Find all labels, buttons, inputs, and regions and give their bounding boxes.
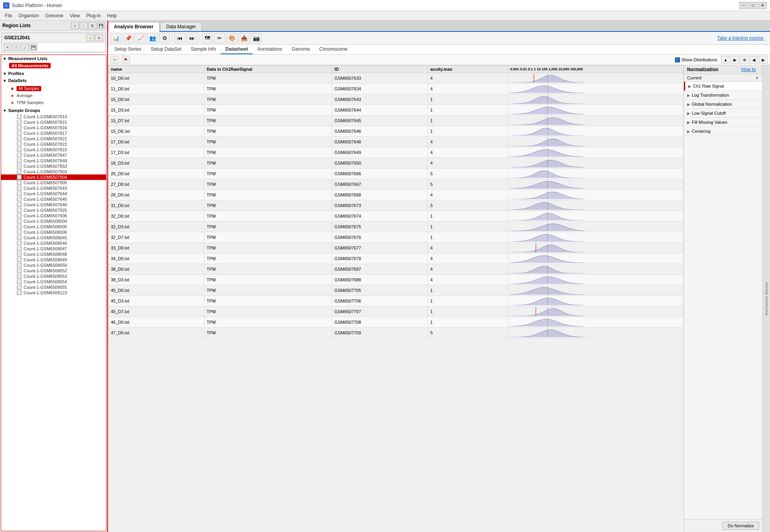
toolbar-export-btn[interactable]: 📤 (238, 33, 249, 43)
sample-item[interactable]: Count-1-GSM6508055 (1, 284, 106, 290)
toolbar-chart-btn[interactable]: 📈 (135, 33, 146, 43)
subtab-genome[interactable]: Genome (287, 45, 315, 54)
norm-dropdown[interactable]: ▼ (755, 76, 759, 80)
sample-item[interactable]: Count-1-GSM6508005 (1, 224, 106, 229)
table-row[interactable]: 17_D0.txt TPM GSM6507648 4 (108, 137, 684, 147)
region-save-button[interactable]: 💾 (97, 22, 105, 29)
toolbar-pen-btn[interactable]: ✏ (214, 33, 225, 43)
tpm-samples-item[interactable]: ◼ TPM Samples (7, 99, 104, 106)
all-samples-item[interactable]: ◼ All Samples (7, 85, 104, 92)
dist-nav-left[interactable]: ◀ (750, 56, 758, 64)
sample-item[interactable]: Count-1-GSM6507905 (1, 180, 106, 185)
norm-item[interactable]: ▶ Ch1 Raw Signal (684, 82, 762, 91)
menu-organism[interactable]: Organism (15, 12, 42, 19)
gse-close-button[interactable]: ✕ (95, 34, 103, 41)
sample-item[interactable]: Count-1-GSM6507643 (1, 185, 106, 191)
profiles-section[interactable]: ▼ Profiles (1, 70, 106, 77)
sample-item[interactable]: Count-1-GSM6508046 (1, 240, 106, 246)
tab-analysis-browser[interactable]: Analysis Browser (108, 22, 160, 32)
sample-item[interactable]: Count-1-GSM6508052 (1, 268, 106, 273)
table-row[interactable]: 34_D0.txt TPM GSM6507678 4 (108, 253, 684, 264)
close-button[interactable]: ✕ (758, 2, 767, 9)
do-normalize-button[interactable]: Do Normalize (722, 522, 759, 530)
gse-up-btn[interactable]: ↑ (12, 44, 20, 51)
table-row[interactable]: 31_D0.txt TPM GSM6507673 5 (108, 200, 684, 211)
toolbar-palette-btn[interactable]: 🎨 (226, 33, 237, 43)
sample-item[interactable]: Count-1-GSM6507644 (1, 191, 106, 196)
sample-item[interactable]: Count-1-GSM6508053 (1, 273, 106, 279)
gse-down-btn[interactable]: ↓ (21, 44, 29, 51)
toolbar-camera-btn[interactable]: 📷 (251, 33, 262, 43)
sample-item[interactable]: Count-1-GSM6507822 (1, 141, 106, 147)
maximize-button[interactable]: □ (749, 2, 757, 9)
menu-view[interactable]: View (66, 12, 83, 19)
table-row[interactable]: 10_D0.txt TPM GSM6507633 4 (108, 73, 684, 84)
table-row[interactable]: 46_D0.txt TPM GSM6507708 1 (108, 317, 684, 328)
table-row[interactable]: 45_D7.txt TPM GSM6507707 1 (108, 306, 684, 317)
dist-nav-right2[interactable]: ▶ (759, 56, 768, 64)
sample-item[interactable]: Count-1-GSM6508045 (1, 235, 106, 240)
toolbar-heatmap-btn[interactable]: 🗺 (202, 33, 213, 43)
table-row[interactable]: 45_D3.txt TPM GSM6507706 1 (108, 296, 684, 306)
sample-item[interactable]: Count-1-GSM6507823 (1, 147, 106, 152)
region-sort-button[interactable]: ⇅ (88, 22, 96, 29)
norm-item[interactable]: ▶ Low Signal Cutoff (684, 109, 762, 118)
gse-save-btn[interactable]: 💾 (29, 44, 37, 51)
sample-item[interactable]: Count-1-GSM6507821 (1, 136, 106, 141)
show-distributions-checkbox[interactable]: ✓ (675, 57, 680, 62)
sample-item[interactable]: Count-1-GSM6508049 (1, 257, 106, 262)
dist-nav-right[interactable]: ▶ (731, 56, 739, 64)
sample-item[interactable]: Count-1-GSM6507853 (1, 163, 106, 169)
dist-nav-target[interactable]: ⊕ (740, 56, 749, 64)
toolbar-analysis-btn[interactable]: 📊 (110, 33, 121, 43)
region-add-button[interactable]: + (71, 22, 79, 29)
sample-item[interactable]: Count-1-GSM6508048 (1, 251, 106, 257)
table-row[interactable]: 28_D0.txt TPM GSM6507668 4 (108, 190, 684, 200)
table-row[interactable]: 33_D0.txt TPM GSM6507677 4 (108, 243, 684, 253)
sample-item[interactable]: Count-1-GSM6507903 (1, 169, 106, 174)
table-row[interactable]: 15_D3.txt TPM GSM6507644 1 (108, 105, 684, 116)
subtab-sample-info[interactable]: Sample Info (186, 45, 221, 54)
menu-genome[interactable]: Genome (42, 12, 66, 19)
gse-star-button[interactable]: ★ (86, 34, 94, 41)
subtab-setup-dataset[interactable]: Setup DataSet (146, 45, 186, 54)
table-row[interactable]: 38_D0.txt TPM GSM6507687 4 (108, 264, 684, 275)
table-row[interactable]: 47_D0.txt TPM GSM6507709 5 (108, 328, 684, 338)
sample-item[interactable]: Count-1-GSM6508006 (1, 229, 106, 235)
gse-toolbar[interactable]: + ↑ ↓ 💾 (2, 43, 105, 52)
table-row[interactable]: 27_D0.txt TPM GSM6507667 5 (108, 179, 684, 190)
toolbar-group-btn[interactable]: 👥 (147, 33, 158, 43)
average-item[interactable]: ◼ Average (7, 92, 104, 99)
subtab-setup-series[interactable]: Setup Series (110, 45, 146, 54)
sample-item[interactable]: Count-1-GSM6508004 (1, 218, 106, 224)
menu-plugin[interactable]: Plug-in (83, 12, 104, 19)
table-row[interactable]: 15_DE.txt TPM GSM6507646 1 (108, 126, 684, 137)
subtab-datasheet[interactable]: Datasheet (221, 45, 253, 54)
howto-link[interactable]: Take a training course. (717, 35, 768, 41)
table-row[interactable]: 38_D3.txt TPM GSM6507688 4 (108, 275, 684, 285)
sample-item[interactable]: Count-1-GSM6507646 (1, 202, 106, 207)
distribution-nav[interactable]: ▲ ▶ ⊕ ◀ ▶ (721, 56, 768, 64)
title-bar-controls[interactable]: ─ □ ✕ (739, 2, 767, 9)
minimize-button[interactable]: ─ (739, 2, 748, 9)
norm-item[interactable]: ▶ Log Transformation (684, 91, 762, 100)
region-up-button[interactable]: ↑ (80, 22, 88, 29)
datasets-section[interactable]: ▼ DataSets (1, 77, 106, 84)
table-row[interactable]: 26_D0.txt TPM GSM6507666 5 (108, 169, 684, 179)
table-row[interactable]: 17_D3.txt TPM GSM6507649 4 (108, 147, 684, 158)
sample-item[interactable]: Count-1-GSM6507816 (1, 125, 106, 130)
sample-item[interactable]: Count-1-GSM6507847 (1, 152, 106, 158)
sample-item[interactable]: Count-1-GSM6508050 (1, 262, 106, 268)
edit-btn[interactable]: ✏ (110, 56, 119, 64)
sample-item[interactable]: Count-1-GSM6507904 (1, 174, 106, 180)
norm-item[interactable]: ▶ Fill Missing Values (684, 118, 762, 127)
sample-groups-section[interactable]: ▼ Sample Groups (1, 107, 106, 114)
sample-item[interactable]: Count-1-GSM6507817 (1, 130, 106, 136)
tab-data-manager[interactable]: Data Manager (160, 22, 202, 31)
sample-item[interactable]: Count-1-GSM6508047 (1, 246, 106, 251)
menu-file[interactable]: File (2, 12, 15, 19)
norm-item[interactable]: ▶ Global Normalization (684, 100, 762, 109)
measurement-lists-section[interactable]: ▼ Measurement Lists (1, 55, 106, 62)
table-row[interactable]: 18_D3.txt TPM GSM6507650 4 (108, 158, 684, 169)
sample-item[interactable]: Count-1-GSM6507936 (1, 213, 106, 218)
